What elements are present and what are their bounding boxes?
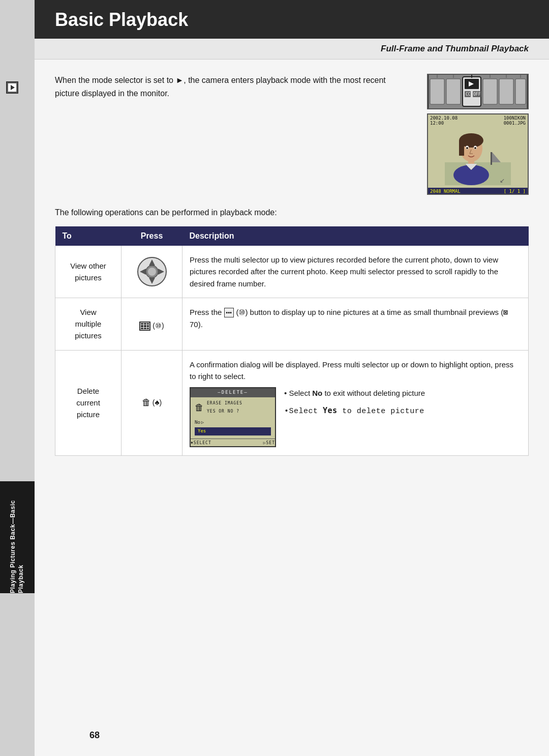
sidebar-tab-label: Playing Pictures Back—Basic Playback [9, 481, 25, 593]
row3-desc-intro: A confirmation dialog will be displayed.… [190, 359, 521, 383]
row1-press [121, 246, 182, 298]
table-row: Deletecurrentpicture 🗑 (♣) A confirmatio… [55, 350, 529, 455]
svg-point-39 [148, 268, 156, 276]
delete-dialog-options: No ▷ [195, 419, 271, 426]
row2-description: Press the ▪▪▪ (⑩) button to display up t… [182, 298, 529, 350]
svg-text:CC: CC [466, 92, 471, 97]
multi-selector-icon [137, 256, 167, 287]
sidebar-tab: Playing Pictures Back—Basic Playback [0, 481, 35, 593]
row2-press: (⑩) [121, 298, 182, 350]
delete-button-icon: 🗑 (♣) [142, 396, 162, 410]
bullet2-suffix: to delete picture [338, 407, 424, 416]
delete-dialog-title: —DELETE— [191, 388, 275, 397]
row2-to-text: Viewmultiplepictures [75, 308, 102, 340]
row3-press: 🗑 (♣) [121, 350, 182, 455]
svg-rect-14 [515, 79, 526, 104]
grid-icon [139, 322, 150, 331]
subtitle-bar: Full-Frame and Thumbnail Playback [35, 39, 549, 60]
dialog-yes-no-text: YES OR NO ? [207, 409, 242, 415]
grid-inline-icon: ▪▪▪ [224, 308, 234, 317]
lcd-file: 0001.JPG [504, 121, 526, 126]
delete-dialog-body: 🗑 ERASE IMAGES YES OR NO ? No [191, 397, 275, 439]
intro-images: CC OFF [427, 74, 529, 195]
row3-description: A confirmation dialog will be displayed.… [182, 350, 529, 455]
trash-icon: 🗑 [142, 396, 151, 410]
page-number: 68 [89, 730, 100, 741]
intro-section: When the mode selector is set to ►, the … [55, 74, 529, 195]
camera-lcd-illustration: 2002.10.08 12:00 100NIKON 0001.JPG [427, 113, 529, 195]
svg-rect-29 [459, 140, 464, 156]
lcd-date: 2002.10.08 [430, 115, 458, 121]
delete-btn-label: (♣) [152, 397, 162, 409]
bullet1: • Select No to exit without deleting pic… [284, 387, 425, 399]
bullet1-prefix: Select [289, 389, 312, 397]
delete-dialog-illustration: —DELETE— 🗑 ERASE IMAGES YES OR NO ? [190, 387, 276, 447]
intro-paragraph: When the mode selector is set to ►, the … [55, 74, 412, 100]
sidebar: Playing Pictures Back—Basic Playback [0, 0, 35, 756]
lcd-time: 12:00 [430, 121, 444, 126]
lcd-footer: 2048 NORMAL [ 1/ 1 ] [428, 188, 528, 195]
table-row: Viewmultiplepictures [55, 298, 529, 350]
col-header-press: Press [121, 226, 182, 246]
yes-label: Yes [198, 428, 206, 433]
lcd-file-info: 100NIKON 0001.JPG [504, 115, 526, 126]
bullet1-bold: No [312, 389, 322, 397]
lcd-body: ↙ [428, 127, 528, 188]
no-option: No ▷ [195, 419, 204, 426]
intro-text: When the mode selector is set to ►, the … [55, 74, 412, 100]
svg-rect-3 [430, 79, 444, 104]
row1-to: View other pictures [55, 246, 121, 298]
lcd-frame: [ 1/ 1 ] [504, 189, 526, 194]
title-bar: Basic Playback [35, 0, 549, 39]
row1-to-text: View other pictures [70, 261, 106, 282]
bullet2-prefix: Select [289, 407, 323, 416]
bullet1-suffix: to exit without deleting picture [322, 389, 425, 397]
row2-to: Viewmultiplepictures [55, 298, 121, 350]
dialog-trash-icon: 🗑 [195, 400, 204, 415]
delete-dialog-footer: ♦SELECT ▷SET [191, 439, 275, 446]
svg-rect-4 [446, 79, 461, 104]
svg-point-32 [466, 147, 468, 149]
svg-rect-25 [491, 152, 492, 165]
thumbnail-btn-label: (⑩) [152, 321, 164, 332]
following-text: The following operations can be performe… [55, 208, 529, 217]
yes-option: Yes [195, 427, 271, 435]
subtitle-text: Full-Frame and Thumbnail Playback [381, 44, 529, 53]
dialog-set-label: ▷SET [263, 440, 275, 446]
table-header-row: To Press Description [55, 226, 529, 246]
no-label: No [195, 419, 200, 426]
playback-mode-icon [6, 81, 18, 94]
bullet2-bold: Yes [323, 406, 338, 415]
page-title: Basic Playback [55, 9, 529, 31]
dialog-erase-text: ERASE IMAGES [207, 400, 242, 406]
delete-cell-content: —DELETE— 🗑 ERASE IMAGES YES OR NO ? [190, 387, 521, 447]
lcd-header: 2002.10.08 12:00 100NIKON 0001.JPG [428, 114, 528, 127]
row1-description: Press the multi selector up to view pict… [182, 246, 529, 298]
svg-text:OFF: OFF [473, 92, 481, 97]
lcd-quality: 2048 NORMAL [430, 189, 461, 194]
lcd-date-time: 2002.10.08 12:00 [430, 115, 458, 126]
svg-text:↙: ↙ [500, 177, 505, 184]
row3-to: Deletecurrentpicture [55, 350, 121, 455]
svg-point-33 [474, 147, 476, 149]
col-header-to: To [55, 226, 121, 246]
svg-rect-12 [483, 79, 497, 104]
svg-rect-13 [499, 79, 513, 104]
thumbnail-button-icon: (⑩) [139, 321, 164, 332]
delete-bullets: • Select No to exit without deleting pic… [284, 387, 425, 418]
content-area: When the mode selector is set to ►, the … [35, 60, 549, 471]
bullet2: •Select Yes to delete picture [284, 404, 425, 418]
operations-table: To Press Description View other pictures [55, 226, 529, 456]
col-header-description: Description [182, 226, 529, 246]
mode-selector-illustration: CC OFF [427, 74, 529, 109]
main-content: Basic Playback Full-Frame and Thumbnail … [35, 0, 549, 756]
ref-page-icon: ⊠ [503, 308, 508, 317]
row3-to-text: Deletecurrentpicture [76, 387, 100, 419]
no-arrow: ▷ [201, 419, 204, 426]
lcd-folder: 100NIKON [504, 115, 526, 121]
dialog-select-label: ♦SELECT [191, 440, 211, 446]
table-row: View other pictures [55, 246, 529, 298]
